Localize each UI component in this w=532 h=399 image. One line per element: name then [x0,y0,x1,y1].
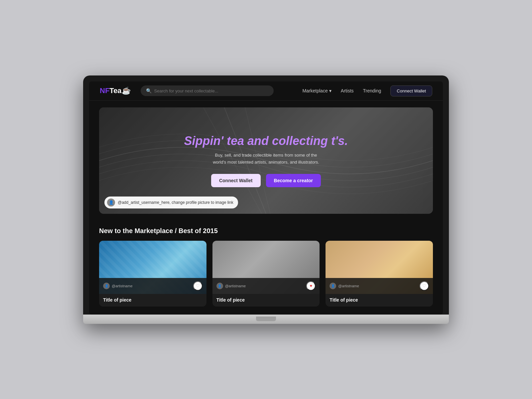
trending-nav-link[interactable]: Trending [363,88,381,93]
heart-icon: ♡ [422,283,426,288]
hero-banner: Sippin' tea and collecting t's. Buy, sel… [99,107,433,214]
artist-username: @artistname [225,284,246,288]
card-artist: 👤 @artistname [216,283,246,289]
card-artist: 👤 @artistname [103,283,133,289]
nft-card: 👤 @artistname ♥ Title of piece [212,241,320,307]
avatar: 👤 [216,283,223,289]
card-overlay: 👤 @artistname ♥ [212,278,320,294]
hero-title: Sippin' tea and collecting t's. [184,134,348,148]
card-image: 👤 @artistname ♥ [212,241,320,294]
person-icon: 👤 [331,284,335,288]
card-overlay: 👤 @artistname ♡ [99,278,206,294]
logo: NFTea☕ [100,86,131,95]
section-title: New to the Marketplace / Best of 2015 [99,227,433,235]
card-overlay: 👤 @artistname ♡ [326,278,433,294]
marketplace-section: New to the Marketplace / Best of 2015 👤 … [89,220,443,315]
hero-artist-avatar: 👤 [107,199,115,206]
card-title: Title of piece [99,294,206,307]
person-icon: 👤 [109,200,114,205]
laptop-notch [256,317,276,321]
nft-card: 👤 @artistname ♡ Title of piece [326,241,433,307]
nav-links: Marketplace ▾ Artists Trending Connect W… [302,85,432,96]
artist-username: @artistname [112,284,133,288]
hero-connect-wallet-button[interactable]: Connect Wallet [211,174,261,187]
logo-nf: NF [100,86,109,95]
card-image: 👤 @artistname ♡ [99,241,206,294]
card-image: 👤 @artistname ♡ [326,241,433,294]
heart-icon: ♥ [310,283,312,288]
hero-buttons: Connect Wallet Become a creator [211,174,321,187]
artist-username: @artistname [338,284,359,288]
artists-nav-link[interactable]: Artists [341,88,354,93]
screen: NFTea☕ 🔍 Marketplace ▾ Artists Trending … [89,81,443,315]
connect-wallet-button[interactable]: Connect Wallet [390,85,432,96]
hero-subtitle: Buy, sell, and trade collectible items f… [213,152,319,166]
hero-artist-tag: 👤 @add_artist_username_here, change prof… [104,197,238,208]
search-bar[interactable]: 🔍 [141,85,274,96]
card-title: Title of piece [212,294,320,307]
avatar: 👤 [103,283,110,289]
nft-card: 👤 @artistname ♡ Title of piece [99,241,206,307]
cards-grid: 👤 @artistname ♡ Title of piece [99,241,433,307]
chevron-down-icon: ▾ [329,88,332,93]
search-icon: 🔍 [146,88,152,93]
search-input[interactable] [154,88,268,93]
heart-icon: ♡ [196,283,200,288]
card-artist: 👤 @artistname [330,283,359,289]
marketplace-nav-link[interactable]: Marketplace ▾ [302,88,331,93]
person-icon: 👤 [218,284,221,288]
like-button[interactable]: ♡ [193,281,202,291]
person-icon: 👤 [105,284,108,288]
hero-become-creator-button[interactable]: Become a creator [266,174,321,187]
like-button[interactable]: ♡ [420,281,429,291]
avatar: 👤 [330,283,336,289]
navbar: NFTea☕ 🔍 Marketplace ▾ Artists Trending … [89,81,443,101]
like-button[interactable]: ♥ [306,281,316,291]
laptop-frame: NFTea☕ 🔍 Marketplace ▾ Artists Trending … [83,75,449,324]
logo-tea: Tea☕ [109,86,130,95]
laptop-base [83,315,449,324]
hero-artist-username: @add_artist_username_here, change profil… [118,200,233,205]
card-title: Title of piece [326,294,433,307]
